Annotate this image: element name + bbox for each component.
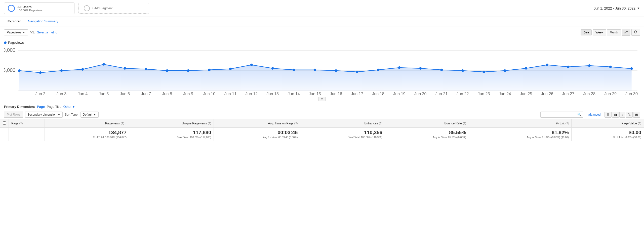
chart-area: Pageviews 10,000 5,000 <box>0 38 644 102</box>
all-users-segment[interactable]: All Users 100.00% Pageviews <box>4 3 74 14</box>
svg-text:Jun 25: Jun 25 <box>520 91 532 96</box>
svg-point-22 <box>335 69 337 72</box>
tab-navigation-summary[interactable]: Navigation Summary <box>24 17 62 26</box>
legend-dot <box>4 41 7 44</box>
totals-checkbox-cell <box>0 128 9 141</box>
svg-text:Jun 3: Jun 3 <box>57 91 67 96</box>
help-exit[interactable]: ? <box>566 122 569 125</box>
totals-bounce-main: 85.55% <box>388 130 466 135</box>
help-entrances[interactable]: ? <box>379 122 382 125</box>
chart-type-line[interactable] <box>622 29 630 36</box>
svg-point-28 <box>461 69 464 72</box>
tabs-bar: Explorer Navigation Summary <box>0 17 644 26</box>
svg-point-29 <box>482 71 485 73</box>
totals-unique-pv-sub: % of Total: 100.00% (117,880) <box>132 136 211 139</box>
totals-pageviews-sub: % of Total: 100.00% (134,877) <box>47 136 127 139</box>
plot-rows-button[interactable]: Plot Rows <box>4 112 23 118</box>
table-toolbar: Plot Rows Secondary dimension ▼ Sort Typ… <box>0 110 644 119</box>
svg-point-17 <box>229 68 232 70</box>
th-page[interactable]: Page ? <box>9 119 45 128</box>
svg-text:Jun 23: Jun 23 <box>478 91 490 96</box>
totals-page-cell <box>9 128 45 141</box>
select-all-checkbox[interactable] <box>3 121 6 125</box>
help-pageviews[interactable]: ? <box>121 122 124 125</box>
svg-point-24 <box>377 69 379 71</box>
th-avg-time[interactable]: Avg. Time on Page ? <box>214 119 300 128</box>
th-pageviews[interactable]: Pageviews ? ↓ <box>45 119 129 128</box>
svg-text:Jun 13: Jun 13 <box>267 91 279 96</box>
totals-avg-time-sub: Avg for View: 00:03:46 (0.00%) <box>216 136 298 139</box>
select-all-header[interactable] <box>0 119 9 128</box>
th-page-value[interactable]: Page Value ? <box>571 119 644 128</box>
sort-indicator: ↓ <box>125 122 127 125</box>
view-table-icon[interactable]: ☰ <box>605 112 612 118</box>
dim-option-page-title[interactable]: Page Title <box>47 105 61 109</box>
svg-point-11 <box>102 63 105 66</box>
dim-option-other[interactable]: Other ▼ <box>63 105 75 109</box>
svg-point-31 <box>525 67 527 70</box>
date-range[interactable]: Jun 1, 2022 - Jun 30, 2022 ▼ <box>594 6 640 10</box>
svg-text:Jun 16: Jun 16 <box>330 91 342 96</box>
svg-text:Jun 7: Jun 7 <box>141 91 151 96</box>
segment-info: All Users 100.00% Pageviews <box>17 5 43 12</box>
search-box[interactable]: 🔍 <box>540 112 583 118</box>
view-pie-icon[interactable]: ◑ <box>612 112 619 118</box>
th-bounce-rate[interactable]: Bounce Rate ? <box>385 119 469 128</box>
svg-marker-6 <box>19 64 632 91</box>
chart-type-pie[interactable] <box>631 29 640 36</box>
help-page[interactable]: ? <box>19 122 23 125</box>
th-entrances[interactable]: Entrances ? <box>300 119 385 128</box>
metric-dropdown[interactable]: Pageviews ▼ <box>4 29 28 35</box>
svg-text:Jun 22: Jun 22 <box>457 91 469 96</box>
th-unique-pageviews[interactable]: Unique Pageviews ? <box>129 119 214 128</box>
svg-point-36 <box>630 67 633 70</box>
totals-avg-time-cell: 00:03:46 Avg for View: 00:03:46 (0.00%) <box>214 128 300 141</box>
svg-point-27 <box>440 69 443 71</box>
svg-text:Jun 14: Jun 14 <box>288 91 300 96</box>
svg-text:Jun 28: Jun 28 <box>583 91 595 96</box>
totals-entrances-main: 110,356 <box>303 130 382 135</box>
view-percent-icon[interactable]: ≡ <box>619 112 625 118</box>
time-btn-day[interactable]: Day <box>581 29 592 35</box>
totals-bounce-sub: Avg for View: 85.55% (0.00%) <box>388 136 466 139</box>
select-metric-link[interactable]: Select a metric <box>37 31 57 34</box>
dim-option-page[interactable]: Page <box>37 105 45 109</box>
help-page-value[interactable]: ? <box>638 122 641 125</box>
other-dropdown-arrow: ▼ <box>72 105 75 109</box>
chart-legend: Pageviews <box>4 41 640 44</box>
svg-point-21 <box>314 69 316 71</box>
chart-scroll-indicator[interactable]: ▼ <box>4 96 640 102</box>
sort-type-dropdown[interactable]: Default ▼ <box>80 112 99 118</box>
svg-text:Jun 26: Jun 26 <box>541 91 553 96</box>
search-input[interactable] <box>542 113 577 116</box>
svg-text:Jun 5: Jun 5 <box>99 91 109 96</box>
view-filter-icon[interactable]: ⇅ <box>626 112 633 118</box>
totals-avg-time-main: 00:03:46 <box>216 130 298 135</box>
svg-point-7 <box>18 69 21 72</box>
search-icon[interactable]: 🔍 <box>577 113 582 117</box>
totals-row: 134,877 % of Total: 100.00% (134,877) 11… <box>0 128 644 141</box>
th-pct-exit[interactable]: % Exit ? <box>469 119 571 128</box>
help-avg-time[interactable]: ? <box>294 122 298 125</box>
add-segment-button[interactable]: + Add Segment <box>78 3 149 14</box>
help-unique-pv[interactable]: ? <box>208 122 211 125</box>
time-btn-week[interactable]: Week <box>593 29 606 35</box>
svg-text:Jun 21: Jun 21 <box>435 91 448 96</box>
svg-text:Jun 11: Jun 11 <box>224 91 237 96</box>
time-btn-month[interactable]: Month <box>607 29 621 35</box>
svg-point-9 <box>60 69 63 72</box>
explorer-toolbar: Pageviews ▼ VS. Select a metric Day Week… <box>0 26 644 38</box>
primary-dim-label: Primary Dimension: <box>4 105 35 109</box>
svg-point-8 <box>39 71 42 74</box>
help-bounce[interactable]: ? <box>463 122 466 125</box>
svg-point-19 <box>271 67 274 70</box>
svg-point-20 <box>293 69 295 71</box>
advanced-link[interactable]: advanced <box>587 113 600 116</box>
sort-dropdown-arrow: ▼ <box>93 113 96 116</box>
secondary-dimension-dropdown[interactable]: Secondary dimension ▼ <box>25 112 63 118</box>
legend-label: Pageviews <box>8 41 24 44</box>
svg-text:Jun 29: Jun 29 <box>604 91 617 96</box>
tab-explorer[interactable]: Explorer <box>4 17 24 26</box>
svg-text:Jun 15: Jun 15 <box>309 91 321 96</box>
view-grid-icon[interactable]: ⊞ <box>633 112 640 118</box>
